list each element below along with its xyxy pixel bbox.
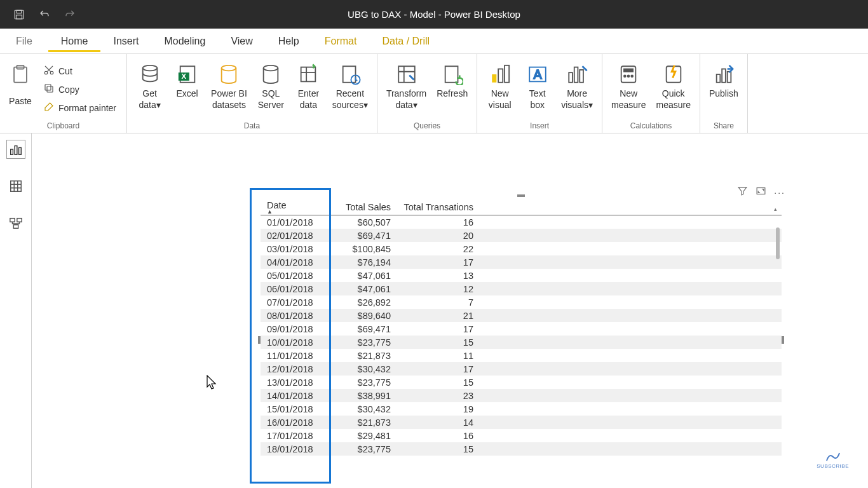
svg-rect-26: [574, 67, 578, 83]
svg-text:A: A: [533, 67, 542, 81]
svg-rect-15: [301, 67, 316, 82]
transform-data-button[interactable]: Transformdata▾: [383, 60, 430, 113]
recent-sources-icon: [339, 63, 362, 86]
enter-data-icon: [297, 63, 320, 86]
table-visual[interactable]: Date ▲ Total Sales Total Transations 01/…: [261, 197, 782, 483]
new-visual-button[interactable]: Newvisual: [482, 60, 517, 113]
svg-text:X: X: [181, 72, 186, 80]
tab-home[interactable]: Home: [48, 30, 101, 52]
recent-sources-button[interactable]: Recentsources▾: [329, 60, 372, 113]
table-row[interactable]: 17/01/2018$29,48116: [261, 429, 782, 442]
publish-button[interactable]: Publish: [705, 60, 742, 102]
more-options-icon[interactable]: ···: [774, 187, 785, 198]
ribbon-group-clipboard: Paste Cut Copy Format painter Clipboard: [0, 54, 127, 133]
table-row[interactable]: 18/01/2018$23,77515: [261, 442, 782, 456]
report-canvas[interactable]: ··· Date ▲ Total Sales Total Transations: [32, 133, 868, 488]
table-row[interactable]: 09/01/2018$69,47117: [261, 322, 782, 336]
svg-rect-20: [492, 74, 496, 83]
table-row[interactable]: 02/01/2018$69,47120: [261, 229, 782, 242]
tab-format[interactable]: Format: [312, 30, 370, 52]
cut-button[interactable]: Cut: [41, 63, 119, 79]
undo-icon[interactable]: [38, 8, 51, 21]
table-row[interactable]: 16/01/2018$21,87314: [261, 416, 782, 429]
redo-icon[interactable]: [64, 8, 76, 21]
more-visuals-button[interactable]: Morevisuals▾: [557, 60, 597, 113]
excel-button[interactable]: X Excel: [170, 60, 205, 102]
quick-measure-label: Quickmeasure: [656, 88, 690, 111]
tab-view[interactable]: View: [218, 30, 265, 52]
refresh-icon: [441, 63, 464, 86]
data-table: Date ▲ Total Sales Total Transations 01/…: [261, 197, 782, 456]
text-box-button[interactable]: A Textbox: [520, 60, 555, 113]
table-scrollbar[interactable]: ▴: [774, 206, 780, 483]
col-header-date[interactable]: Date ▲: [261, 197, 334, 215]
svg-rect-36: [728, 72, 731, 83]
table-row[interactable]: 14/01/2018$38,99123: [261, 389, 782, 402]
svg-rect-37: [10, 149, 13, 154]
svg-rect-38: [15, 146, 17, 155]
resize-handle-right[interactable]: [782, 336, 784, 344]
table-row[interactable]: 10/01/2018$23,77515: [261, 336, 782, 349]
nav-model-view[interactable]: [6, 214, 25, 233]
scroll-up-icon[interactable]: ▴: [774, 206, 780, 212]
svg-rect-18: [398, 66, 415, 83]
nav-data-view[interactable]: [6, 177, 25, 196]
table-row[interactable]: 11/01/2018$21,87311: [261, 349, 782, 362]
tab-file[interactable]: File: [10, 30, 48, 52]
group-label-calculations: Calculations: [607, 120, 695, 133]
table-row[interactable]: 03/01/2018$100,84522: [261, 242, 782, 255]
col-header-sales[interactable]: Total Sales: [334, 197, 397, 215]
refresh-label: Refresh: [437, 88, 468, 100]
svg-point-9: [142, 65, 157, 71]
tab-insert[interactable]: Insert: [100, 30, 151, 52]
tab-help[interactable]: Help: [266, 30, 312, 52]
group-label-data: Data: [132, 120, 372, 133]
new-visual-icon: [489, 63, 512, 86]
get-data-button[interactable]: Getdata▾: [132, 60, 167, 113]
svg-rect-16: [343, 66, 356, 83]
tab-data-drill[interactable]: Data / Drill: [369, 30, 442, 52]
table-row[interactable]: 08/01/2018$89,64021: [261, 309, 782, 322]
enter-data-label: Enterdata: [298, 88, 319, 111]
ribbon-group-data: Getdata▾ X Excel Power BIdatasets SQLSer…: [127, 54, 377, 133]
svg-rect-35: [722, 69, 726, 83]
svg-point-5: [44, 71, 48, 74]
left-nav: [0, 133, 32, 488]
table-row[interactable]: 15/01/2018$30,43219: [261, 402, 782, 416]
svg-rect-39: [18, 147, 21, 154]
sql-server-label: SQLServer: [258, 88, 284, 111]
scroll-thumb[interactable]: [776, 227, 780, 259]
sql-server-button[interactable]: SQLServer: [254, 60, 288, 113]
resize-handle-left[interactable]: [258, 336, 261, 344]
svg-point-6: [50, 71, 53, 74]
table-row[interactable]: 04/01/2018$76,19417: [261, 255, 782, 269]
ribbon: Paste Cut Copy Format painter Clipboard: [0, 54, 868, 133]
table-row[interactable]: 01/01/2018$60,50716: [261, 215, 782, 229]
nav-report-view[interactable]: [6, 140, 25, 159]
copy-button[interactable]: Copy: [41, 81, 119, 97]
sort-asc-icon: ▲: [267, 210, 327, 214]
new-measure-button[interactable]: Newmeasure: [607, 60, 649, 113]
format-painter-label: Format painter: [58, 103, 116, 113]
table-row[interactable]: 13/01/2018$23,77515: [261, 376, 782, 389]
powerbi-datasets-button[interactable]: Power BIdatasets: [207, 60, 251, 113]
table-row[interactable]: 12/01/2018$30,43217: [261, 362, 782, 376]
save-icon[interactable]: [13, 8, 25, 21]
svg-point-13: [222, 65, 236, 71]
cut-label: Cut: [58, 66, 72, 76]
table-row[interactable]: 07/01/2018$26,8927: [261, 295, 782, 309]
col-header-trans[interactable]: Total Transations: [397, 197, 480, 215]
group-label-clipboard: Clipboard: [5, 120, 121, 133]
enter-data-button[interactable]: Enterdata: [291, 60, 326, 113]
refresh-button[interactable]: Refresh: [433, 60, 471, 102]
table-row[interactable]: 05/01/2018$47,06113: [261, 269, 782, 282]
tab-modeling[interactable]: Modeling: [151, 30, 218, 52]
resize-handle-top[interactable]: [517, 194, 525, 197]
quick-measure-button[interactable]: Quickmeasure: [652, 60, 694, 113]
format-painter-button[interactable]: Format painter: [41, 100, 119, 116]
table-row[interactable]: 06/01/2018$47,06112: [261, 282, 782, 295]
svg-point-31: [628, 75, 630, 77]
group-label-share: Share: [705, 120, 742, 133]
ribbon-group-share: Publish Share: [700, 54, 748, 133]
paste-button[interactable]: Paste: [5, 60, 36, 110]
